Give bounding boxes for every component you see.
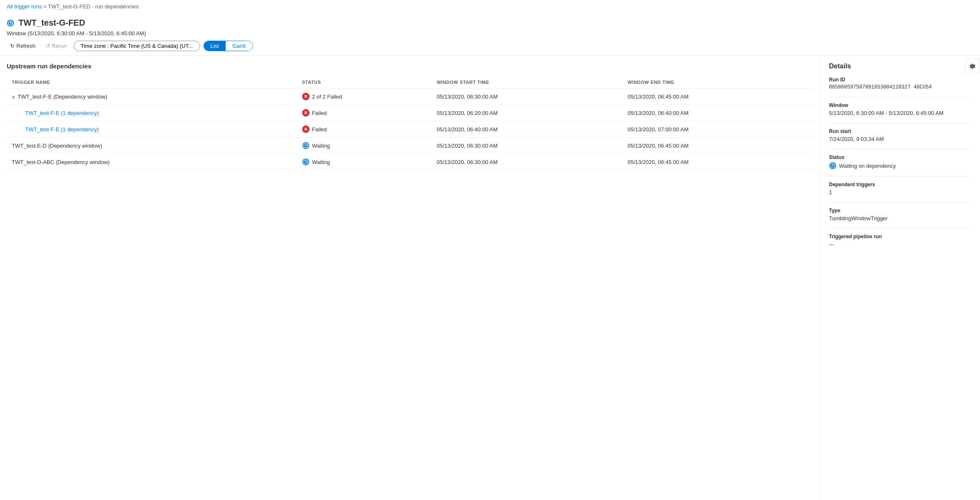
status-text: Waiting [312, 159, 330, 165]
refresh-button[interactable]: ↻ Refresh [7, 41, 39, 51]
run-id-section: Run ID 085860597507091853004128327 48CU5… [829, 77, 972, 90]
gantt-view-button[interactable]: Gantt [226, 41, 253, 51]
status-label: Status [829, 154, 972, 160]
col-status: STATUS [297, 76, 432, 89]
type-label: Type [829, 208, 972, 214]
page-header: TWT_test-G-FED Window (5/13/2020, 6:30:0… [0, 13, 980, 56]
timezone-button[interactable]: Time zone : Pacific Time (US & Canada) (… [73, 41, 200, 51]
toolbar: ↻ Refresh ↺ Rerun Time zone : Pacific Ti… [7, 41, 973, 55]
window-start-cell: 05/13/2020, 06:20:00 AM [432, 105, 623, 121]
window-end-cell: 05/13/2020, 06:45:00 AM [623, 154, 813, 170]
details-panel: Details Run ID 0858605975070918530041283… [821, 56, 980, 500]
status-value: Waiting on dependency [829, 162, 972, 169]
list-view-button[interactable]: List [204, 41, 226, 51]
trigger-name-link[interactable]: TWT_test-F-E (1 dependency) [25, 110, 99, 116]
run-id-value: 085860597507091853004128327 48CU54 [829, 84, 972, 90]
window-section: Window 5/13/2020, 6:30:00 AM - 5/13/2020… [829, 102, 972, 116]
settings-icon[interactable] [965, 59, 980, 74]
run-id-label: Run ID [829, 77, 972, 83]
status-cell: ✕Failed [297, 121, 432, 138]
window-end-cell: 05/13/2020, 06:45:00 AM [623, 89, 813, 105]
rerun-label: Rerun [52, 43, 67, 49]
refresh-label: Refresh [16, 43, 36, 49]
col-window-end: WINDOW END TIME [623, 76, 813, 89]
run-start-value: 7/24/2020, 9:03:34 AM [829, 136, 972, 142]
content-area: Upstream run dependencies TRIGGER NAME S… [0, 56, 821, 500]
window-start-cell: 05/13/2020, 06:40:00 AM [432, 121, 623, 138]
table-row: TWT_test-E-D (Dependency window) Waiting… [7, 138, 813, 154]
trigger-name-cell: TWT_test-D-ABC (Dependency window) [7, 154, 297, 170]
dependent-triggers-label: Dependent triggers [829, 182, 972, 188]
status-cell: ✕Failed [297, 105, 432, 121]
trigger-name-cell: TWT_test-F-E (1 dependency) [7, 105, 297, 121]
status-waiting-icon [829, 162, 837, 169]
col-trigger-name: TRIGGER NAME [7, 76, 297, 89]
rerun-icon: ↺ [46, 43, 50, 49]
failed-icon: ✕ [302, 125, 310, 133]
triggered-pipeline-section: Triggered pipeline run --- [829, 234, 972, 247]
failed-icon: ✕ [302, 93, 310, 100]
trigger-name-link[interactable]: TWT_test-F-E (1 dependency) [25, 126, 99, 133]
window-start-cell: 05/13/2020, 06:30:00 AM [432, 154, 623, 170]
status-text: Waiting [312, 143, 330, 149]
table-header-row: TRIGGER NAME STATUS WINDOW START TIME WI… [7, 76, 813, 89]
window-start-cell: 05/13/2020, 06:30:00 AM [432, 138, 623, 154]
status-text: 2 of 2 Failed [312, 94, 342, 100]
window-value: 5/13/2020, 6:30:00 AM - 5/13/2020, 6:45:… [829, 110, 972, 116]
table-row: TWT_test-F-E (1 dependency)✕Failed05/13/… [7, 105, 813, 121]
refresh-icon: ↻ [10, 43, 15, 49]
dependencies-table: TRIGGER NAME STATUS WINDOW START TIME WI… [7, 76, 813, 170]
window-end-cell: 05/13/2020, 06:40:00 AM [623, 105, 813, 121]
trigger-name-text: TWT_test-E-D (Dependency window) [12, 143, 102, 149]
run-start-section: Run start 7/24/2020, 9:03:34 AM [829, 128, 972, 142]
table-row: TWT_test-F-E (1 dependency)✕Failed05/13/… [7, 121, 813, 138]
breadcrumb-all-runs[interactable]: All trigger runs [7, 3, 42, 10]
trigger-name-text: TWT_test-F-E (Dependency window) [18, 94, 107, 100]
section-title: Upstream run dependencies [7, 62, 813, 70]
status-text: Failed [312, 126, 327, 133]
window-label: Window [829, 102, 972, 108]
window-start-cell: 05/13/2020, 06:30:00 AM [432, 89, 623, 105]
col-window-start: WINDOW START TIME [432, 76, 623, 89]
status-text: Failed [312, 110, 327, 116]
trigger-name-text: TWT_test-D-ABC (Dependency window) [12, 159, 109, 165]
triggered-pipeline-label: Triggered pipeline run [829, 234, 972, 240]
type-value: TumblingWindowTrigger [829, 215, 972, 221]
type-section: Type TumblingWindowTrigger [829, 208, 972, 221]
trigger-name-cell: TWT_test-E-D (Dependency window) [7, 138, 297, 154]
breadcrumb: All trigger runs > TWT_test-G-FED - run … [0, 0, 980, 13]
failed-icon: ✕ [302, 109, 310, 117]
waiting-icon [302, 158, 310, 166]
trigger-name-cell: ∨TWT_test-F-E (Dependency window) [7, 89, 297, 105]
dependent-triggers-value: 1 [829, 189, 972, 195]
rerun-button[interactable]: ↺ Rerun [42, 41, 70, 51]
run-start-label: Run start [829, 128, 972, 134]
window-end-cell: 05/13/2020, 06:45:00 AM [623, 138, 813, 154]
table-row: TWT_test-D-ABC (Dependency window) Waiti… [7, 154, 813, 170]
view-toggle: List Gantt [203, 41, 253, 51]
table-row: ∨TWT_test-F-E (Dependency window)✕2 of 2… [7, 89, 813, 105]
status-cell: Waiting [297, 154, 432, 170]
breadcrumb-separator: > [43, 3, 48, 10]
status-cell: Waiting [297, 138, 432, 154]
trigger-status-icon [7, 19, 14, 27]
breadcrumb-current: TWT_test-G-FED - run dependencies [48, 3, 138, 10]
waiting-icon [302, 142, 310, 149]
trigger-name-cell: TWT_test-F-E (1 dependency) [7, 121, 297, 138]
details-title: Details [829, 62, 972, 70]
main-layout: Upstream run dependencies TRIGGER NAME S… [0, 56, 980, 500]
window-end-cell: 05/13/2020, 07:00:00 AM [623, 121, 813, 138]
window-label: Window (5/13/2020, 6:30:00 AM - 5/13/202… [7, 30, 973, 36]
dependent-triggers-section: Dependent triggers 1 [829, 182, 972, 195]
status-text: Waiting on dependency [839, 163, 896, 169]
chevron-icon: ∨ [12, 94, 15, 99]
status-section: Status Waiting on dependency [829, 154, 972, 169]
triggered-pipeline-value: --- [829, 241, 972, 247]
status-cell: ✕2 of 2 Failed [297, 89, 432, 105]
page-title: TWT_test-G-FED [18, 18, 85, 28]
